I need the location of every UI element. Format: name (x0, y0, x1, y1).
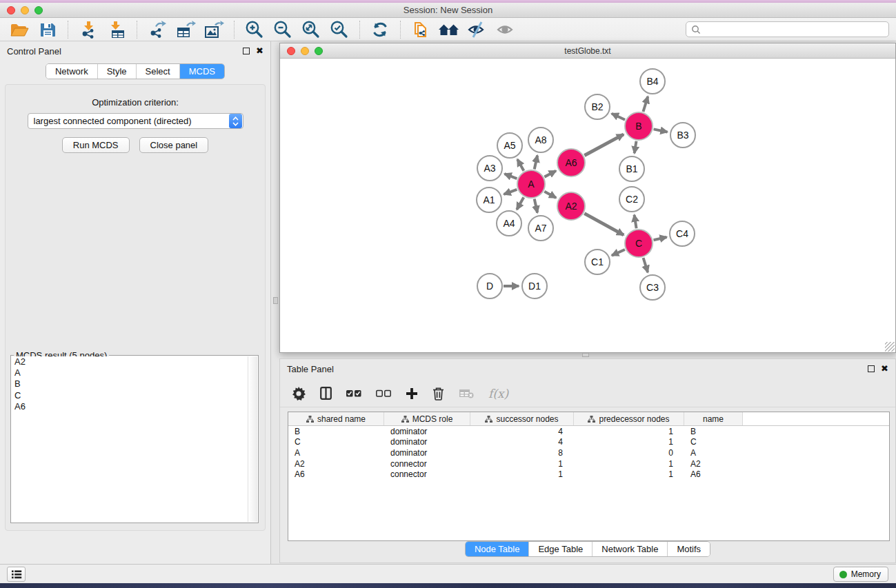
search-input[interactable] (701, 23, 888, 36)
tab-mcds[interactable]: MCDS (179, 64, 224, 79)
graph-edge[interactable] (612, 114, 625, 120)
graph-node-A7[interactable]: A7 (528, 215, 554, 241)
add-column-icon[interactable] (406, 385, 418, 403)
graph-node-B[interactable]: B (624, 112, 653, 141)
graph-edge[interactable] (643, 97, 648, 112)
delete-table-icon[interactable] (459, 385, 474, 403)
column-header-name[interactable]: name (684, 412, 743, 425)
column-chooser-icon[interactable] (320, 385, 332, 403)
criterion-dropdown[interactable]: largest connected component (directed) (28, 113, 243, 129)
close-table-panel-icon[interactable]: ✖ (881, 365, 888, 372)
settings-gear-icon[interactable] (292, 385, 306, 403)
result-scrollbar[interactable] (248, 356, 257, 522)
run-mcds-button[interactable]: Run MCDS (62, 137, 130, 153)
zoom-fit-icon[interactable] (300, 19, 322, 40)
table-cell[interactable]: A6 (288, 469, 384, 479)
graph-edge[interactable] (535, 199, 537, 212)
open-session-icon[interactable] (8, 19, 30, 40)
table-cell[interactable]: dominator (384, 437, 470, 447)
graph-edge[interactable] (517, 197, 524, 210)
network-canvas[interactable]: B4B2BB3A5A8A6A3B1AC2A1A2A4A7C4CC1C3DD1 (280, 59, 895, 352)
table-row[interactable]: Cdominator41C (288, 437, 889, 448)
graph-node-C2[interactable]: C2 (619, 186, 645, 212)
select-all-icon[interactable] (346, 385, 361, 403)
table-cell[interactable]: 1 (470, 469, 574, 479)
splitter-handle-vertical[interactable] (273, 297, 278, 304)
result-item[interactable]: C (12, 390, 248, 401)
table-row[interactable]: Bdominator41B (288, 426, 889, 437)
table-cell[interactable]: 1 (574, 459, 684, 469)
graph-edge[interactable] (535, 155, 537, 169)
table-cell[interactable]: 0 (574, 448, 684, 458)
graph-node-C1[interactable]: C1 (584, 249, 610, 275)
result-item[interactable]: A (12, 367, 248, 378)
refresh-layout-icon[interactable] (369, 19, 391, 40)
graph-edge[interactable] (504, 174, 517, 179)
column-header-successor-nodes[interactable]: successor nodes (470, 412, 574, 425)
tab-edge-table[interactable]: Edge Table (528, 542, 592, 556)
graph-edge[interactable] (584, 214, 624, 235)
function-builder-icon[interactable]: f(x) (488, 385, 508, 403)
search-field[interactable] (686, 21, 889, 37)
home-icon[interactable] (438, 19, 460, 40)
table-cell[interactable]: dominator (384, 448, 470, 458)
graph-node-B4[interactable]: B4 (639, 68, 666, 94)
table-cell[interactable]: C (684, 437, 743, 447)
table-cell[interactable]: 8 (470, 448, 574, 458)
import-table-icon[interactable] (106, 19, 128, 40)
table-cell[interactable]: B (684, 427, 743, 436)
column-header-predecessor-nodes[interactable]: predecessor nodes (574, 412, 684, 425)
tab-style[interactable]: Style (97, 64, 136, 79)
graph-node-B3[interactable]: B3 (670, 122, 696, 148)
table-cell[interactable]: 4 (470, 427, 574, 436)
graph-node-D1[interactable]: D1 (521, 273, 548, 299)
column-header-mcds-role[interactable]: MCDS role (384, 412, 470, 425)
close-panel-button[interactable]: Close panel (139, 137, 209, 153)
graph-node-B1[interactable]: B1 (619, 156, 645, 182)
tab-network[interactable]: Network (46, 64, 97, 79)
graph-node-A2[interactable]: A2 (557, 192, 586, 221)
table-cell[interactable]: connector (384, 469, 470, 479)
table-cell[interactable]: 4 (470, 437, 574, 447)
result-item[interactable]: A6 (12, 401, 248, 412)
table-cell[interactable]: dominator (384, 427, 470, 436)
table-cell[interactable]: A2 (288, 459, 384, 469)
table-cell[interactable]: 1 (574, 469, 684, 479)
table-cell[interactable]: 1 (574, 437, 684, 447)
graph-edge[interactable] (544, 171, 556, 177)
graph-edge[interactable] (635, 215, 637, 229)
table-row[interactable]: A6connector11A6 (288, 469, 889, 480)
zoom-in-icon[interactable] (243, 19, 266, 40)
table-cell[interactable]: A2 (684, 459, 743, 469)
result-item[interactable]: A2 (12, 356, 248, 367)
graph-node-C[interactable]: C (624, 229, 653, 258)
tab-network-table[interactable]: Network Table (592, 542, 667, 556)
table-cell[interactable]: C (288, 437, 384, 447)
float-panel-icon[interactable] (243, 48, 250, 54)
column-header-shared-name[interactable]: shared name (288, 412, 384, 425)
save-session-icon[interactable] (37, 19, 59, 40)
table-row[interactable]: A2connector11A2 (288, 458, 889, 469)
tab-node-table[interactable]: Node Table (466, 542, 529, 556)
tab-select[interactable]: Select (136, 64, 179, 79)
graph-edge[interactable] (584, 134, 624, 156)
export-image-icon[interactable] (203, 19, 225, 40)
import-network-icon[interactable] (77, 19, 99, 40)
graph-node-A5[interactable]: A5 (497, 132, 523, 159)
graph-edge[interactable] (544, 192, 556, 198)
splitter-handle-horizontal[interactable] (582, 353, 589, 357)
network-window-titlebar[interactable]: testGlobe.txt (280, 43, 895, 59)
graph-node-D[interactable]: D (477, 273, 503, 299)
graph-edge[interactable] (517, 159, 524, 171)
graph-node-C3[interactable]: C3 (639, 274, 666, 301)
tab-motifs[interactable]: Motifs (667, 542, 710, 556)
graph-edge[interactable] (654, 129, 668, 132)
table-cell[interactable]: A6 (684, 469, 743, 479)
graph-edge[interactable] (612, 250, 625, 256)
graph-node-A6[interactable]: A6 (557, 148, 586, 177)
graph-edge[interactable] (653, 237, 666, 240)
table-cell[interactable]: A (288, 448, 384, 458)
graph-node-A[interactable]: A (517, 170, 546, 199)
graph-edge[interactable] (635, 141, 637, 154)
memory-button[interactable]: Memory (833, 567, 888, 582)
